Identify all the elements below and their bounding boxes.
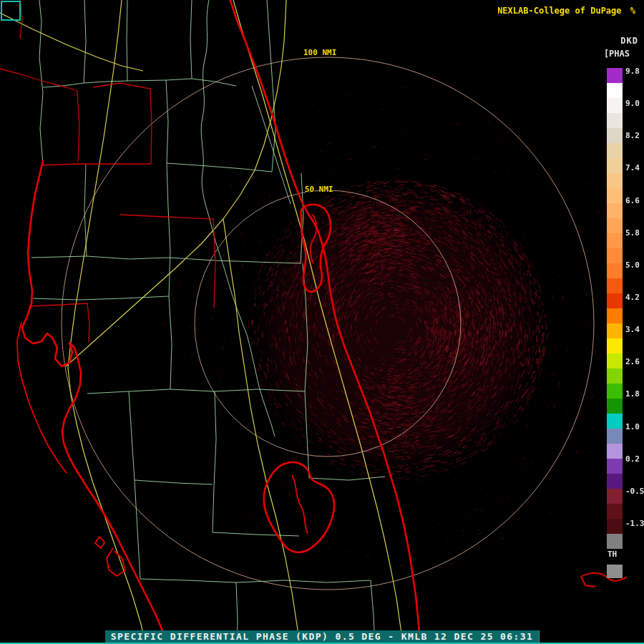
colorbar-segment bbox=[607, 158, 623, 173]
county-line bbox=[309, 477, 385, 480]
colorbar-tick-label: 1.0 bbox=[625, 422, 640, 431]
county-line bbox=[169, 258, 301, 263]
colorbar-segment bbox=[607, 188, 623, 203]
colorbar-tick-label: 0.2 bbox=[625, 454, 640, 464]
corner-box bbox=[1, 1, 21, 21]
county-line bbox=[166, 80, 168, 163]
county-line bbox=[39, 0, 43, 165]
range-ring-label-50nmi: 50 NMI bbox=[305, 185, 333, 194]
colorbar-segment bbox=[607, 444, 623, 459]
colorbar-segment bbox=[607, 128, 623, 143]
colorbar-tick-label: 8.2 bbox=[625, 131, 640, 140]
colorbar-tick-label: 7.4 bbox=[625, 163, 640, 172]
county-line bbox=[166, 79, 236, 86]
colorbar-segment bbox=[607, 504, 623, 519]
barrier-island-line bbox=[17, 322, 67, 473]
brand-label: NEXLAB-College of DuPage bbox=[497, 6, 621, 16]
colorbar-tick-label: 2.6 bbox=[625, 357, 640, 366]
county-line bbox=[213, 391, 216, 532]
colorbar-segment bbox=[607, 68, 623, 83]
range-ring-label-100nmi: 100 NMI bbox=[303, 48, 336, 57]
colorbar-segment bbox=[607, 203, 623, 218]
colorbar-segment bbox=[607, 113, 623, 128]
colorbar-segment bbox=[607, 143, 623, 158]
colorbar-segment bbox=[607, 308, 623, 323]
radar-display: NEXLAB-College of DuPage % DKD [PHAS 100… bbox=[0, 0, 644, 644]
lake-inner-line bbox=[292, 475, 308, 534]
county-boundaries bbox=[31, 0, 385, 644]
product-code: DKD bbox=[620, 36, 638, 46]
colorbar-segment bbox=[607, 263, 623, 278]
highway-line bbox=[66, 0, 286, 366]
colorbar-segment bbox=[607, 83, 623, 98]
harbor-inlet bbox=[107, 548, 125, 576]
county-line bbox=[252, 86, 291, 204]
county-line bbox=[135, 480, 140, 579]
county-line bbox=[285, 580, 371, 582]
colorbar-segment bbox=[607, 233, 623, 248]
colorbar-segment bbox=[607, 353, 623, 369]
coastlines bbox=[0, 0, 627, 644]
river-line bbox=[247, 335, 275, 436]
colorbar-segment bbox=[607, 218, 623, 233]
county-line bbox=[305, 391, 309, 478]
red-boundary bbox=[77, 91, 79, 162]
colorbar-segment bbox=[607, 98, 623, 113]
colorbar-bottom-segment bbox=[607, 565, 623, 578]
county-line bbox=[84, 0, 86, 83]
colorbar-segment bbox=[607, 384, 623, 399]
colorbar-tick-label: 5.0 bbox=[625, 260, 640, 270]
colorbar-segment bbox=[607, 429, 623, 444]
county-line bbox=[127, 0, 127, 81]
colorbar-tick-label: 4.2 bbox=[625, 293, 640, 302]
colorbar-tick-label: -1.3 bbox=[625, 519, 644, 528]
colorbar-tick-label: 9.8 bbox=[625, 67, 640, 76]
county-line bbox=[170, 389, 305, 391]
colorbar-tick-label: 5.8 bbox=[625, 228, 640, 238]
colorbar-tick-label: -0.5 bbox=[625, 487, 644, 496]
colorbar-segment bbox=[607, 278, 623, 293]
range-ring-100nmi bbox=[62, 57, 594, 590]
colorbar-segment bbox=[607, 369, 623, 384]
colorbar-segment bbox=[607, 173, 623, 188]
county-line bbox=[129, 391, 135, 480]
county-line bbox=[33, 296, 169, 300]
red-boundary bbox=[42, 164, 151, 165]
county-line bbox=[213, 532, 299, 536]
colorbar-tick-label: 1.8 bbox=[625, 389, 640, 399]
inlet-blob bbox=[95, 537, 104, 548]
highways bbox=[0, 0, 403, 644]
county-line bbox=[267, 0, 275, 172]
colorbar-tick-label: 9.0 bbox=[625, 99, 640, 108]
county-line bbox=[169, 296, 172, 389]
colorbar-segment bbox=[607, 459, 623, 474]
east-coastline bbox=[229, 0, 420, 644]
red-boundary bbox=[0, 69, 77, 91]
colorbar-threshold-label: TH bbox=[608, 550, 617, 559]
colorbar-segment bbox=[607, 338, 623, 353]
brand-text: NEXLAB-College of DuPage % bbox=[497, 6, 635, 16]
product-caption: SPECIFIC DIFFERENTIAL PHASE (KDP) 0.5 DE… bbox=[105, 630, 540, 643]
highway-line bbox=[233, 0, 403, 644]
lake-okeechobee-outline bbox=[264, 462, 334, 552]
colorbar-segment bbox=[607, 534, 623, 549]
county-line bbox=[31, 256, 169, 259]
colorbar-tick-label: 6.6 bbox=[625, 196, 640, 205]
county-line bbox=[167, 163, 170, 296]
red-boundary bbox=[29, 303, 89, 342]
colorbar-segment bbox=[607, 474, 623, 489]
brand-logo-icon: % bbox=[630, 6, 635, 16]
colorbar-segment bbox=[607, 519, 623, 534]
county-line bbox=[84, 80, 166, 83]
range-ring-50nmi bbox=[195, 190, 461, 457]
red-boundary bbox=[93, 83, 152, 164]
map-overlay bbox=[0, 0, 644, 644]
county-line bbox=[135, 480, 213, 484]
colorbar-segment bbox=[607, 489, 623, 504]
colorbar-tick-label: 3.4 bbox=[625, 325, 640, 334]
units-label: [PHAS bbox=[604, 49, 630, 59]
colorbar-segment bbox=[607, 399, 623, 414]
colorbar-segment bbox=[607, 323, 623, 338]
county-line bbox=[190, 0, 192, 79]
red-boundary bbox=[120, 215, 215, 308]
